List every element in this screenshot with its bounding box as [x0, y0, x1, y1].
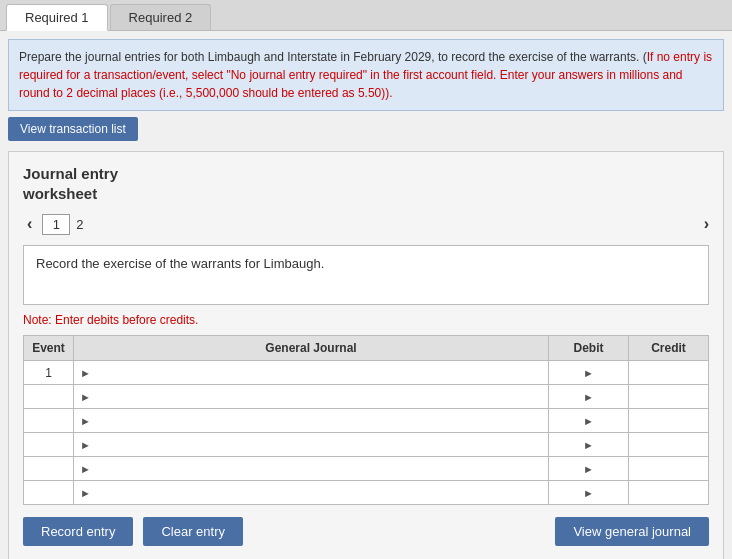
- table-row: ► ►: [24, 457, 709, 481]
- gj-cell-5[interactable]: ►: [74, 457, 549, 481]
- current-page-box[interactable]: 1: [42, 214, 70, 235]
- event-cell-4: [24, 433, 74, 457]
- gj-arrow-4: ►: [80, 439, 91, 451]
- gj-arrow-6: ►: [80, 487, 91, 499]
- debit-cell-2[interactable]: ►: [549, 385, 629, 409]
- col-header-gj: General Journal: [74, 336, 549, 361]
- gj-cell-4[interactable]: ►: [74, 433, 549, 457]
- clear-entry-button[interactable]: Clear entry: [143, 517, 243, 546]
- nav-prev-button[interactable]: ‹: [23, 213, 36, 235]
- view-transaction-button[interactable]: View transaction list: [8, 117, 138, 141]
- event-cell-2: [24, 385, 74, 409]
- table-row: ► ►: [24, 481, 709, 505]
- total-pages-label: 2: [76, 217, 83, 232]
- tabs-bar: Required 1 Required 2: [0, 0, 732, 31]
- nav-next-button[interactable]: ›: [704, 215, 709, 233]
- debit-cell-3[interactable]: ►: [549, 409, 629, 433]
- gj-arrow-1: ►: [80, 367, 91, 379]
- record-entry-button[interactable]: Record entry: [23, 517, 133, 546]
- table-row: ► ►: [24, 385, 709, 409]
- view-general-journal-button[interactable]: View general journal: [555, 517, 709, 546]
- debit-arrow-3: ►: [583, 415, 594, 427]
- description-box: Record the exercise of the warrants for …: [23, 245, 709, 305]
- instructions-text: Prepare the journal entries for both Lim…: [19, 50, 712, 100]
- event-cell-1: 1: [24, 361, 74, 385]
- credit-cell-3[interactable]: [629, 409, 709, 433]
- view-transaction-area: View transaction list: [8, 117, 138, 141]
- credit-cell-2[interactable]: [629, 385, 709, 409]
- tab-required-2[interactable]: Required 2: [110, 4, 212, 30]
- col-header-credit: Credit: [629, 336, 709, 361]
- debit-cell-5[interactable]: ►: [549, 457, 629, 481]
- gj-cell-6[interactable]: ►: [74, 481, 549, 505]
- gj-arrow-2: ►: [80, 391, 91, 403]
- gj-cell-2[interactable]: ►: [74, 385, 549, 409]
- table-row: 1 ► ►: [24, 361, 709, 385]
- debit-arrow-1: ►: [583, 367, 594, 379]
- debit-cell-1[interactable]: ►: [549, 361, 629, 385]
- action-buttons: Record entry Clear entry View general jo…: [23, 517, 709, 546]
- gj-arrow-3: ►: [80, 415, 91, 427]
- col-header-debit: Debit: [549, 336, 629, 361]
- tab-required-1[interactable]: Required 1: [6, 4, 108, 31]
- col-header-event: Event: [24, 336, 74, 361]
- debit-arrow-5: ►: [583, 463, 594, 475]
- credit-cell-6[interactable]: [629, 481, 709, 505]
- event-cell-5: [24, 457, 74, 481]
- debit-arrow-4: ►: [583, 439, 594, 451]
- gj-arrow-5: ►: [80, 463, 91, 475]
- page-navigator: ‹ 1 2 ›: [23, 213, 709, 235]
- credit-cell-1[interactable]: [629, 361, 709, 385]
- gj-cell-3[interactable]: ►: [74, 409, 549, 433]
- debit-cell-4[interactable]: ►: [549, 433, 629, 457]
- note-text: Note: Enter debits before credits.: [23, 313, 709, 327]
- credit-cell-5[interactable]: [629, 457, 709, 481]
- gj-cell-1[interactable]: ►: [74, 361, 549, 385]
- instructions-box: Prepare the journal entries for both Lim…: [8, 39, 724, 111]
- table-row: ► ►: [24, 433, 709, 457]
- table-row: ► ►: [24, 409, 709, 433]
- debit-arrow-6: ►: [583, 487, 594, 499]
- debit-cell-6[interactable]: ►: [549, 481, 629, 505]
- worksheet-panel: Journal entry worksheet ‹ 1 2 › Record t…: [8, 151, 724, 559]
- event-cell-6: [24, 481, 74, 505]
- journal-table: Event General Journal Debit Credit 1 ► ►: [23, 335, 709, 505]
- debit-arrow-2: ►: [583, 391, 594, 403]
- worksheet-title: Journal entry worksheet: [23, 164, 709, 203]
- credit-cell-4[interactable]: [629, 433, 709, 457]
- event-cell-3: [24, 409, 74, 433]
